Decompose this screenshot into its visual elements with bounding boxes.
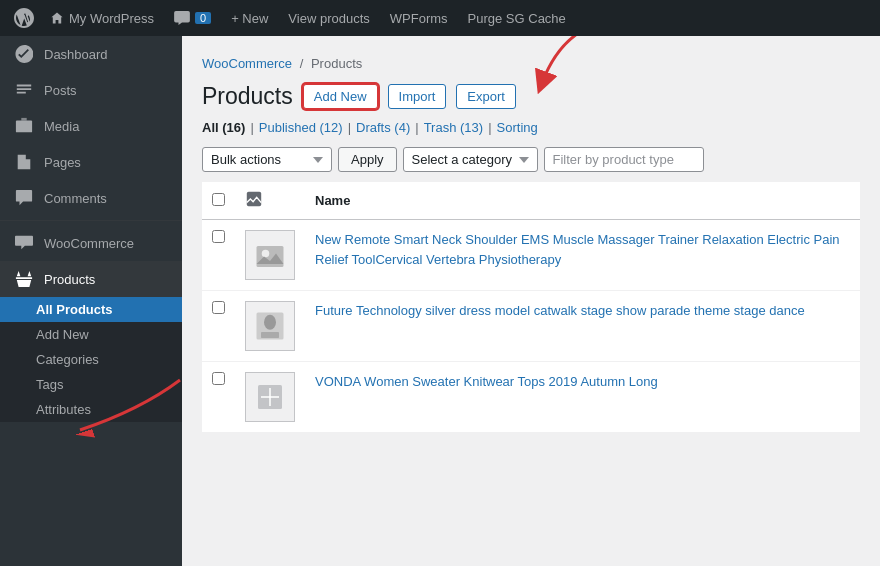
export-button[interactable]: Export [456, 84, 516, 109]
sidebar-subitem-add-new[interactable]: Add New [0, 322, 182, 347]
page-title: Products [202, 83, 293, 110]
page-header-container: Products Add New Import Export [202, 83, 860, 120]
all-products-label: All Products [36, 302, 113, 317]
products-table: Name [202, 182, 860, 433]
table-row: VONDA Women Sweater Knitwear Tops 2019 A… [202, 362, 860, 433]
breadcrumb-current: Products [311, 56, 362, 71]
sidebar-item-woocommerce[interactable]: WooCommerce [0, 225, 182, 261]
page-header: Products Add New Import Export [202, 83, 860, 110]
filter-sorting[interactable]: Sorting [497, 120, 538, 135]
category-select[interactable]: Select a category [403, 147, 538, 172]
media-label: Media [44, 119, 79, 134]
pages-label: Pages [44, 155, 81, 170]
product-thumbnail [245, 301, 295, 351]
col-checkbox [202, 182, 235, 220]
product1-name-link[interactable]: New Remote Smart Neck Shoulder EMS Muscl… [315, 232, 840, 267]
svg-rect-0 [16, 121, 32, 133]
filter-published[interactable]: Published (12) [259, 120, 343, 135]
content-wrap: WooCommerce / Products Products Add New … [182, 36, 880, 433]
sidebar-item-comments[interactable]: Comments [0, 180, 182, 216]
row2-checkbox-cell [202, 291, 235, 362]
sidebar-item-posts[interactable]: Posts [0, 72, 182, 108]
breadcrumb-parent[interactable]: WooCommerce [202, 56, 292, 71]
main-content: WooCommerce / Products Products Add New … [182, 36, 880, 566]
view-products-label: View products [288, 11, 369, 26]
row3-checkbox[interactable] [212, 372, 225, 385]
adminbar-wpforms[interactable]: WPForms [380, 0, 458, 36]
table-row: Future Technology silver dress model cat… [202, 291, 860, 362]
product2-name-link[interactable]: Future Technology silver dress model cat… [315, 303, 805, 318]
comments-icon [14, 188, 34, 208]
product-thumbnail [245, 230, 295, 280]
svg-point-6 [264, 315, 276, 330]
row3-checkbox-cell [202, 362, 235, 433]
row2-checkbox[interactable] [212, 301, 225, 314]
adminbar-view-products[interactable]: View products [278, 0, 379, 36]
categories-label: Categories [36, 352, 99, 367]
sidebar-item-media[interactable]: Media [0, 108, 182, 144]
breadcrumb: WooCommerce / Products [202, 56, 860, 71]
row1-checkbox[interactable] [212, 230, 225, 243]
filter-all[interactable]: All (16) [202, 120, 245, 135]
admin-sidebar: Dashboard Posts Media Pages Comments [0, 36, 182, 566]
tags-label: Tags [36, 377, 63, 392]
filter-trash-link[interactable]: Trash (13) [424, 120, 484, 135]
filter-type-input[interactable]: Filter by product type [544, 147, 704, 172]
product-thumbnail [245, 372, 295, 422]
row1-name-cell: New Remote Smart Neck Shoulder EMS Muscl… [305, 220, 860, 291]
sidebar-separator [0, 220, 182, 221]
filter-published-link[interactable]: Published (12) [259, 120, 343, 135]
dashboard-label: Dashboard [44, 47, 108, 62]
sidebar-subitem-all-products[interactable]: All Products [0, 297, 182, 322]
posts-label: Posts [44, 83, 77, 98]
row2-name-cell: Future Technology silver dress model cat… [305, 291, 860, 362]
product3-name-link[interactable]: VONDA Women Sweater Knitwear Tops 2019 A… [315, 374, 658, 389]
table-toolbar: Bulk actionsEditMove to Trash Apply Sele… [202, 147, 860, 172]
import-button[interactable]: Import [388, 84, 447, 109]
filter-drafts-link[interactable]: Drafts (4) [356, 120, 410, 135]
products-submenu: All Products Add New Categories Tags Att… [0, 297, 182, 422]
bulk-actions-select[interactable]: Bulk actionsEditMove to Trash [202, 147, 332, 172]
row1-checkbox-cell [202, 220, 235, 291]
filter-drafts[interactable]: Drafts (4) [356, 120, 410, 135]
posts-icon [14, 80, 34, 100]
adminbar-home[interactable]: My WordPress [40, 0, 164, 36]
woocommerce-icon [14, 233, 34, 253]
wpforms-label: WPForms [390, 11, 448, 26]
col-thumbnail [235, 182, 305, 220]
adminbar-purge-cache[interactable]: Purge SG Cache [458, 0, 576, 36]
admin-bar: My WordPress 0 + New View products WPFor… [0, 0, 880, 36]
table-row: New Remote Smart Neck Shoulder EMS Muscl… [202, 220, 860, 291]
new-label: + New [231, 11, 268, 26]
adminbar-new[interactable]: + New [221, 0, 278, 36]
products-label: Products [44, 272, 95, 287]
filter-trash[interactable]: Trash (13) [424, 120, 484, 135]
add-new-button[interactable]: Add New [303, 84, 378, 109]
media-icon [14, 116, 34, 136]
purge-cache-label: Purge SG Cache [468, 11, 566, 26]
filter-sorting-link[interactable]: Sorting [497, 120, 538, 135]
sidebar-subitem-attributes[interactable]: Attributes [0, 397, 182, 422]
select-all-checkbox[interactable] [212, 193, 225, 206]
wp-logo[interactable] [8, 0, 40, 36]
row3-name-cell: VONDA Women Sweater Knitwear Tops 2019 A… [305, 362, 860, 433]
sidebar-item-dashboard[interactable]: Dashboard [0, 36, 182, 72]
svg-rect-7 [261, 332, 279, 338]
sidebar-item-products[interactable]: Products [0, 261, 182, 297]
apply-button[interactable]: Apply [338, 147, 397, 172]
attributes-label: Attributes [36, 402, 91, 417]
row3-thumbnail-cell [235, 362, 305, 433]
svg-point-4 [262, 250, 270, 258]
adminbar-comments[interactable]: 0 [164, 0, 221, 36]
sidebar-subitem-categories[interactable]: Categories [0, 347, 182, 372]
comments-label: Comments [44, 191, 107, 206]
sidebar-subitem-tags[interactable]: Tags [0, 372, 182, 397]
filter-all-link[interactable]: All (16) [202, 120, 245, 135]
row1-thumbnail-cell [235, 220, 305, 291]
filter-tabs: All (16) | Published (12) | Drafts (4) |… [202, 120, 860, 135]
col-name: Name [305, 182, 860, 220]
row2-thumbnail-cell [235, 291, 305, 362]
dashboard-icon [14, 44, 34, 64]
sidebar-item-pages[interactable]: Pages [0, 144, 182, 180]
woocommerce-label: WooCommerce [44, 236, 134, 251]
